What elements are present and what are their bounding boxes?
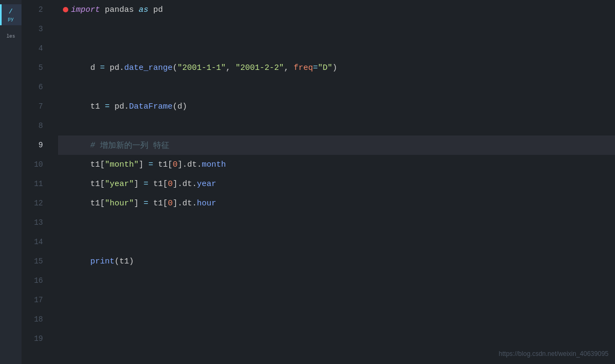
bracket-open-12: [ — [100, 199, 105, 208]
editor-container: 2 3 4 5 6 7 8 9 10 11 12 13 14 15 16 17 … — [22, 0, 615, 364]
param-freq: freq — [294, 63, 313, 73]
code-line-10: t1 [ "month" ] = t1 [ 0 ] .dt. month — [58, 155, 615, 174]
alias-pd: pd — [148, 5, 163, 15]
assign-11: = — [144, 180, 148, 189]
bracket-close-10: ] — [139, 160, 144, 169]
dot-10: .dt. — [182, 160, 202, 169]
line-numbers: 2 3 4 5 6 7 8 9 10 11 12 13 14 15 16 17 … — [22, 0, 54, 364]
code-line-13 — [58, 213, 615, 232]
arg-d: d — [177, 102, 182, 111]
var-t1-10: t1 — [71, 160, 100, 169]
bracket-close-11b: ] — [173, 180, 177, 189]
paren-open-7: ( — [173, 102, 177, 111]
eq-freq: = — [313, 63, 318, 73]
comma-5: , — [226, 63, 235, 73]
paren-open-15: ( — [115, 257, 119, 266]
key-year: "year" — [105, 180, 134, 189]
paren-open-5: ( — [173, 63, 177, 73]
breakpoint-2 — [60, 7, 71, 12]
var-d: d — [71, 63, 100, 73]
code-line-16 — [58, 271, 615, 290]
assign-5: = — [100, 63, 105, 73]
num-0-12: 0 — [168, 199, 173, 208]
arg-t1-15: t1 — [119, 257, 129, 266]
comma-5b: , — [284, 63, 294, 73]
bracket-close-11: ] — [134, 180, 139, 189]
bracket-open-12b: [ — [163, 199, 168, 208]
var-t1: t1 — [71, 102, 105, 111]
code-editor: 2 3 4 5 6 7 8 9 10 11 12 13 14 15 16 17 … — [22, 0, 615, 364]
bracket-open-10b: [ — [168, 160, 173, 169]
num-0-10: 0 — [173, 160, 177, 169]
sidebar-file-sublabel: py — [0, 17, 22, 22]
line-num-19: 19 — [26, 329, 49, 348]
str-D: "D" — [318, 63, 332, 73]
method-month: month — [202, 160, 226, 169]
key-month: "month" — [105, 160, 139, 169]
code-line-2: import pandas as pd — [58, 0, 615, 19]
code-line-15: print ( t1 ) — [58, 252, 615, 271]
assign-10: = — [148, 160, 153, 169]
comment-hash: # — [71, 141, 100, 150]
assign-7: = — [105, 102, 110, 111]
line-num-15: 15 — [26, 252, 49, 271]
code-line-19 — [58, 329, 615, 348]
str-date1: "2001-1-1" — [177, 63, 226, 73]
code-line-5: d = pd. date_range ( "2001-1-1" , "2001-… — [58, 58, 615, 77]
line-num-4: 4 — [26, 39, 49, 58]
code-line-14 — [58, 232, 615, 252]
space-11b: t1 — [148, 180, 163, 189]
line-num-18: 18 — [26, 310, 49, 329]
line-num-14: 14 — [26, 232, 49, 252]
breakpoint-dot-2 — [63, 7, 68, 12]
func-date-range: date_range — [124, 63, 173, 73]
num-0-11: 0 — [168, 180, 173, 189]
code-line-4 — [58, 39, 615, 58]
bracket-close-12: ] — [134, 199, 139, 208]
code-line-17 — [58, 290, 615, 310]
line-num-5: 5 — [26, 58, 49, 77]
code-line-12: t1 [ "hour" ] = t1 [ 0 ] .dt. hour — [58, 194, 615, 213]
space-11 — [139, 180, 144, 189]
paren-close-5: ) — [332, 63, 337, 73]
line-num-9: 9 — [26, 135, 49, 155]
sidebar-item-files2[interactable]: les — [0, 30, 22, 42]
kw-print: print — [71, 257, 115, 266]
code-line-3 — [58, 19, 615, 39]
dot-12: .dt. — [177, 199, 197, 208]
bracket-close-12b: ] — [173, 199, 177, 208]
line-num-3: 3 — [26, 19, 49, 39]
line-num-17: 17 — [26, 290, 49, 310]
line-num-7: 7 — [26, 97, 49, 116]
keyword-import: import — [71, 5, 100, 15]
code-line-11: t1 [ "year" ] = t1 [ 0 ] .dt. year — [58, 174, 615, 194]
code-line-6 — [58, 77, 615, 97]
sidebar-file2-sublabel: les — [0, 34, 22, 39]
line-num-12: 12 — [26, 194, 49, 213]
method-year: year — [197, 180, 216, 189]
sidebar-file-label: / — [0, 8, 22, 16]
comment-body: 增加新的一列 特征 — [100, 140, 169, 151]
var-t1-11: t1 — [71, 180, 100, 189]
line-num-16: 16 — [26, 271, 49, 290]
sidebar-item-file[interactable]: / py — [0, 4, 22, 25]
func-dataframe: DataFrame — [129, 102, 173, 111]
line-num-8: 8 — [26, 116, 49, 135]
dot-11: .dt. — [177, 180, 197, 189]
space-10 — [144, 160, 148, 169]
key-hour: "hour" — [105, 199, 134, 208]
space: pandas — [100, 5, 139, 15]
code-line-9: # 增加新的一列 特征 — [58, 135, 615, 155]
paren-close-7: ) — [182, 102, 187, 111]
code-line-7: t1 = pd. DataFrame ( d ) — [58, 97, 615, 116]
line-num-6: 6 — [26, 77, 49, 97]
space-12 — [139, 199, 144, 208]
code-content[interactable]: import pandas as pd d = pd. date_range — [54, 0, 615, 364]
paren-close-15: ) — [129, 257, 134, 266]
code-line-8 — [58, 116, 615, 135]
line-num-10: 10 — [26, 155, 49, 174]
line-num-13: 13 — [26, 213, 49, 232]
assign-12: = — [144, 199, 148, 208]
space-12b: t1 — [148, 199, 163, 208]
keyword-as: as — [139, 5, 148, 15]
